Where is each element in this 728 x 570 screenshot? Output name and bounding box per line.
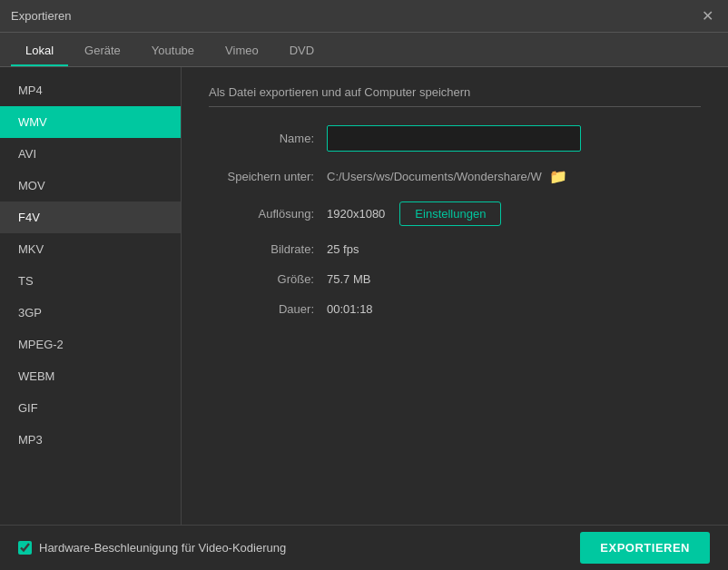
sidebar-item-mpeg2[interactable]: MPEG-2 xyxy=(0,329,181,360)
resolution-container: 1920x1080 Einstellungen xyxy=(327,201,501,226)
size-label: Größe: xyxy=(209,272,327,286)
name-row: Name: xyxy=(209,125,701,152)
sidebar-item-wmv[interactable]: WMV xyxy=(0,106,181,138)
hw-acceleration-label[interactable]: Hardware-Beschleunigung für Video-Kodier… xyxy=(18,541,286,555)
hw-acceleration-text: Hardware-Beschleunigung für Video-Kodier… xyxy=(39,541,286,555)
tab-youtube[interactable]: Youtube xyxy=(137,36,209,66)
sidebar-item-f4v[interactable]: F4V xyxy=(0,201,181,233)
export-button[interactable]: EXPORTIEREN xyxy=(580,532,710,564)
save-path: C:/Users/ws/Documents/Wondershare/W xyxy=(327,170,542,183)
name-label: Name: xyxy=(209,132,327,145)
tab-bar: Lokal Geräte Youtube Vimeo DVD xyxy=(0,33,728,67)
path-container: C:/Users/ws/Documents/Wondershare/W 📁 xyxy=(327,168,567,185)
size-value: 75.7 MB xyxy=(327,272,370,286)
window-title: Exportieren xyxy=(11,9,71,23)
size-row: Größe: 75.7 MB xyxy=(209,272,701,286)
footer: Hardware-Beschleunigung für Video-Kodier… xyxy=(0,525,728,570)
tab-lokal[interactable]: Lokal xyxy=(11,36,68,66)
settings-button[interactable]: Einstellungen xyxy=(399,201,501,226)
hw-acceleration-checkbox[interactable] xyxy=(18,541,32,555)
sidebar-item-gif[interactable]: GIF xyxy=(0,392,181,424)
sidebar-item-ts[interactable]: TS xyxy=(0,265,181,297)
resolution-row: Auflösung: 1920x1080 Einstellungen xyxy=(209,201,701,226)
sidebar-item-avi[interactable]: AVI xyxy=(0,138,181,170)
right-panel: Als Datei exportieren und auf Computer s… xyxy=(182,67,728,525)
sidebar-item-webm[interactable]: WEBM xyxy=(0,360,181,392)
framerate-label: Bildrate: xyxy=(209,242,327,256)
folder-icon[interactable]: 📁 xyxy=(549,168,567,185)
resolution-value: 1920x1080 xyxy=(327,207,385,221)
resolution-label: Auflösung: xyxy=(209,207,327,221)
section-title: Als Datei exportieren und auf Computer s… xyxy=(209,85,701,107)
main-content: MP4 WMV AVI MOV F4V MKV TS 3GP MPEG-2 WE… xyxy=(0,67,728,525)
sidebar: MP4 WMV AVI MOV F4V MKV TS 3GP MPEG-2 WE… xyxy=(0,67,182,525)
save-label: Speichern unter: xyxy=(209,170,327,183)
duration-label: Dauer: xyxy=(209,302,327,316)
framerate-value: 25 fps xyxy=(327,242,359,256)
tab-geraete[interactable]: Geräte xyxy=(70,36,135,66)
save-path-row: Speichern unter: C:/Users/ws/Documents/W… xyxy=(209,168,701,185)
sidebar-item-mp3[interactable]: MP3 xyxy=(0,424,181,456)
duration-row: Dauer: 00:01:18 xyxy=(209,302,701,316)
duration-value: 00:01:18 xyxy=(327,302,373,316)
title-bar: Exportieren ✕ xyxy=(0,0,728,33)
name-input[interactable] xyxy=(327,125,581,152)
sidebar-item-mkv[interactable]: MKV xyxy=(0,233,181,265)
sidebar-item-mp4[interactable]: MP4 xyxy=(0,74,181,106)
framerate-row: Bildrate: 25 fps xyxy=(209,242,701,256)
sidebar-item-mov[interactable]: MOV xyxy=(0,170,181,201)
sidebar-item-3gp[interactable]: 3GP xyxy=(0,297,181,329)
tab-vimeo[interactable]: Vimeo xyxy=(211,36,273,66)
close-button[interactable]: ✕ xyxy=(698,7,717,25)
tab-dvd[interactable]: DVD xyxy=(275,36,329,66)
